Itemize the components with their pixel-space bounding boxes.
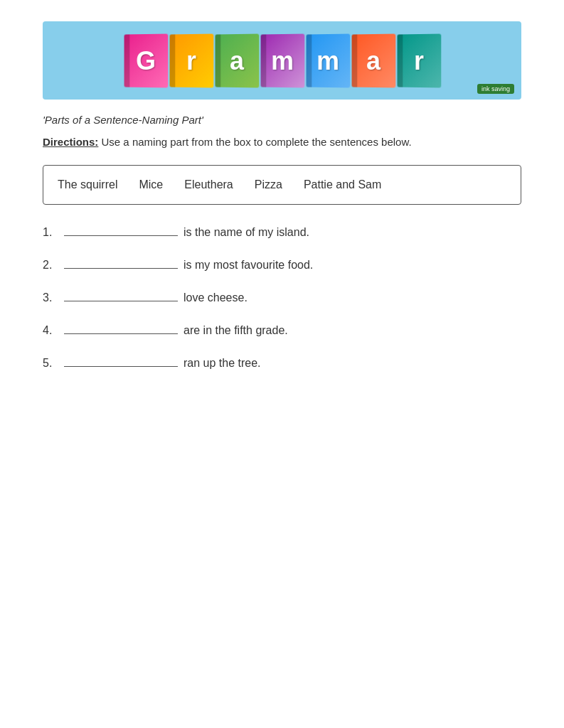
sentence-number-3: 3. <box>43 291 64 304</box>
word-mice: Mice <box>139 178 163 191</box>
book-r: r <box>169 33 213 87</box>
grammar-banner: G r a m m a r ink saving <box>43 21 521 100</box>
sentence-number-2: 2. <box>43 259 64 272</box>
ink-saving-badge: ink saving <box>477 84 514 94</box>
book-m2: m <box>306 33 350 87</box>
sentence-item-4: 4. are in the fifth grade. <box>43 324 521 337</box>
sentence-item-3: 3. love cheese. <box>43 291 521 304</box>
blank-line-2 <box>64 268 178 269</box>
word-box: The squirrel Mice Eleuthera Pizza Pattie… <box>43 165 521 205</box>
word-eleuthera: Eleuthera <box>184 178 233 191</box>
sentences-list: 1. is the name of my island. 2. is my mo… <box>43 226 521 370</box>
sentence-text-1: is the name of my island. <box>183 226 309 239</box>
directions-label: Directions: <box>43 136 98 148</box>
page-subtitle: 'Parts of a Sentence-Naming Part' <box>43 114 521 126</box>
blank-line-1 <box>64 235 178 236</box>
grammar-books-container: G r a m m a r <box>117 27 448 95</box>
book-r2: r <box>397 33 441 87</box>
sentence-text-5: ran up the tree. <box>183 357 261 370</box>
sentence-number-4: 4. <box>43 324 64 337</box>
book-m1: m <box>260 33 304 87</box>
word-pattie-and-sam: Pattie and Sam <box>304 178 381 191</box>
book-a2: a <box>351 33 395 87</box>
sentence-text-3: love cheese. <box>183 291 248 304</box>
blank-line-3 <box>64 301 178 301</box>
blank-line-4 <box>64 333 178 334</box>
sentence-number-1: 1. <box>43 226 64 239</box>
directions-body: Use a naming part from the box to comple… <box>102 136 412 148</box>
book-g: G <box>124 33 168 87</box>
sentence-text-4: are in the fifth grade. <box>183 324 288 337</box>
word-the-squirrel: The squirrel <box>58 178 117 191</box>
sentence-item-2: 2. is my most favourite food. <box>43 259 521 272</box>
sentence-item-5: 5. ran up the tree. <box>43 357 521 370</box>
directions-text: Directions: Use a naming part from the b… <box>43 134 521 151</box>
sentence-item-1: 1. is the name of my island. <box>43 226 521 239</box>
sentence-number-5: 5. <box>43 357 64 370</box>
blank-line-5 <box>64 366 178 367</box>
book-a: a <box>215 33 259 87</box>
sentence-text-2: is my most favourite food. <box>183 259 313 272</box>
word-pizza: Pizza <box>255 178 282 191</box>
